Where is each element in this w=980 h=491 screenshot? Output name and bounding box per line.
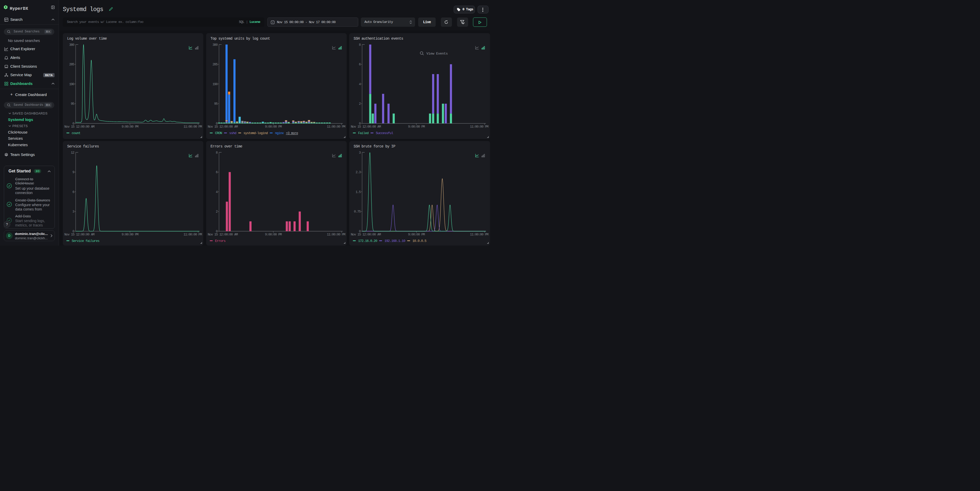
svg-text:6: 6 [73, 190, 75, 194]
svg-text:Nov 15 12:00:00 AM: Nov 15 12:00:00 AM [208, 124, 238, 129]
svg-text:190: 190 [69, 82, 75, 86]
svg-text:3: 3 [73, 210, 75, 214]
svg-text:95: 95 [71, 102, 74, 106]
svg-text:Failed: Failed [358, 131, 369, 135]
svg-text:9:00:00 PM: 9:00:00 PM [408, 124, 425, 129]
svg-text:95: 95 [214, 102, 218, 106]
svg-text:Top systemd units by log count: Top systemd units by log count [210, 37, 270, 41]
svg-text:9:00:00 PM: 9:00:00 PM [265, 233, 282, 237]
svg-text:11:00:00 PM: 11:00:00 PM [183, 233, 202, 237]
svg-text:8: 8 [216, 151, 218, 155]
svg-text:192.168.1.10: 192.168.1.10 [385, 239, 405, 243]
svg-text:285: 285 [69, 62, 75, 67]
svg-text:9:00:00 PM: 9:00:00 PM [122, 233, 138, 237]
svg-text:11:00:00 PM: 11:00:00 PM [327, 233, 345, 237]
svg-text:172.16.0.20: 172.16.0.20 [358, 239, 377, 243]
svg-text:Errors over time: Errors over time [210, 145, 242, 148]
svg-text:6: 6 [359, 62, 361, 67]
svg-text:SSH authentication events: SSH authentication events [353, 37, 403, 41]
svg-text:1.5: 1.5 [356, 190, 361, 194]
svg-text:CRON: CRON [215, 131, 222, 135]
svg-text:11:00:00 PM: 11:00:00 PM [470, 124, 488, 129]
svg-text:2.3: 2.3 [356, 170, 361, 174]
svg-text:Nov 15 12:00:00 AM: Nov 15 12:00:00 AM [64, 124, 94, 129]
svg-text:Service failures: Service failures [72, 239, 100, 243]
svg-text:Nov 15 12:00:00 AM: Nov 15 12:00:00 AM [208, 233, 238, 237]
svg-text:6: 6 [216, 170, 218, 174]
svg-text:190: 190 [212, 82, 218, 86]
svg-text:10.0.0.5: 10.0.0.5 [412, 239, 426, 243]
svg-text:11:00:00 PM: 11:00:00 PM [470, 233, 488, 237]
svg-text:SSH brute force by IP: SSH brute force by IP [353, 145, 395, 148]
svg-text:Log volume over time: Log volume over time [67, 37, 107, 41]
svg-text:2: 2 [359, 102, 361, 106]
svg-text:3: 3 [359, 151, 361, 155]
svg-text:380: 380 [69, 43, 75, 46]
svg-text:2: 2 [216, 210, 218, 214]
svg-text:9: 9 [73, 170, 75, 174]
svg-text:380: 380 [212, 43, 218, 46]
svg-text:Nov 15 12:00:00 AM: Nov 15 12:00:00 AM [351, 233, 381, 237]
svg-text:count: count [72, 131, 81, 135]
svg-text:9:00:00 PM: 9:00:00 PM [408, 233, 425, 237]
svg-text:Service failures: Service failures [67, 145, 99, 148]
svg-text:+3 more: +3 more [286, 131, 298, 135]
svg-text:Nov 15 12:00:00 AM: Nov 15 12:00:00 AM [64, 233, 94, 237]
svg-text:View Events: View Events [426, 52, 448, 56]
svg-text:0.75: 0.75 [354, 210, 361, 214]
svg-text:4: 4 [359, 82, 361, 86]
svg-text:sshd: sshd [229, 131, 236, 135]
svg-text:Successful: Successful [376, 131, 393, 135]
svg-text:Nov 15 12:00:00 AM: Nov 15 12:00:00 AM [351, 124, 381, 129]
svg-text:11:00:00 PM: 11:00:00 PM [183, 124, 202, 129]
svg-text:11:00:00 PM: 11:00:00 PM [327, 124, 345, 129]
svg-text:8: 8 [359, 43, 361, 46]
svg-text:nginx: nginx [275, 131, 284, 135]
svg-text:9:00:00 PM: 9:00:00 PM [265, 124, 282, 129]
svg-text:9:00:00 PM: 9:00:00 PM [122, 124, 138, 129]
svg-text:Errors: Errors [215, 239, 226, 243]
svg-text:285: 285 [212, 62, 218, 67]
svg-text:12: 12 [71, 151, 74, 155]
svg-text:systemd-logind: systemd-logind [243, 131, 268, 135]
svg-text:4: 4 [216, 190, 218, 194]
